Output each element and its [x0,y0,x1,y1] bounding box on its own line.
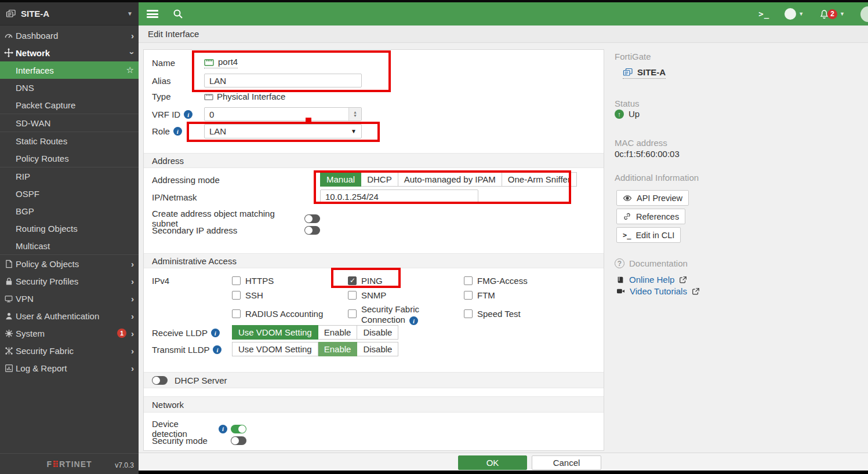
sidebar-item-bgp[interactable]: BGP [0,202,139,220]
addressing-mode-dhcp[interactable]: DHCP [361,172,398,187]
vdom-selector[interactable]: SITE-A ▼ [0,2,139,25]
security-mode-toggle[interactable] [231,436,246,445]
receive-lldp-label: Receive LLDP [152,328,208,338]
sidebar-item-packet-capture[interactable]: Packet Capture [0,96,139,114]
help-menu[interactable]: ▼ [785,8,804,20]
chevron-right-icon: › [131,364,134,373]
checkbox[interactable] [464,309,473,318]
checkbox[interactable] [348,276,357,285]
checkbox-fmg-access[interactable]: FMG-Access [464,276,528,286]
transmit-lldp-vdom[interactable]: Use VDOM Setting [232,342,318,356]
external-link-icon [692,287,700,296]
video-tutorials-link[interactable]: Video Tutorials [616,286,700,296]
checkbox[interactable] [348,291,357,300]
edit-interface-form: Name port4 Alias Type Physical Interface [143,49,604,451]
sidebar-item-policy-objects[interactable]: Policy & Objects › [0,255,139,272]
info-icon[interactable] [184,110,193,119]
book-icon [616,276,624,284]
chevron-right-icon: › [131,312,134,320]
receive-lldp-vdom[interactable]: Use VDOM Setting [232,325,318,340]
network-section-heading: Network [144,396,604,413]
favorite-star-icon[interactable]: ☆ [126,65,134,75]
cancel-button[interactable]: Cancel [532,455,601,470]
checkbox-ftm[interactable]: FTM [464,290,495,300]
bottom-black-strip [139,471,868,474]
info-icon[interactable] [213,345,221,354]
edit-in-cli-button[interactable]: >_ Edit in CLI [616,227,681,243]
ok-button[interactable]: OK [458,455,527,470]
fortigate-label: FortiGate [615,52,651,61]
sidebar-item-vpn[interactable]: VPN › [0,290,139,307]
transmit-lldp-enable[interactable]: Enable [318,342,358,356]
checkbox[interactable] [232,276,241,285]
checkbox-security-fabric-connection[interactable]: Security Fabric Connection [348,304,423,325]
receive-lldp-enable[interactable]: Enable [318,325,358,340]
checkbox-radius-accounting[interactable]: RADIUS Accounting [232,309,323,319]
sidebar-item-interfaces[interactable]: Interfaces ☆ [0,61,139,79]
chevron-right-icon: › [131,277,134,286]
alias-input[interactable] [204,74,362,87]
transmit-lldp-disable[interactable]: Disable [357,342,398,356]
create-address-object-toggle[interactable] [304,214,320,223]
info-icon[interactable] [173,127,182,136]
notifications-menu[interactable]: 2 ▼ [819,8,845,20]
vrf-id-input[interactable] [204,107,362,121]
menu-icon[interactable] [147,10,158,18]
api-preview-button[interactable]: API Preview [616,190,689,206]
sidebar-item-sd-wan[interactable]: SD-WAN [0,114,139,132]
online-help-link[interactable]: Online Help [616,275,700,285]
device-detection-toggle[interactable] [231,425,246,433]
sidebar-item-security-fabric[interactable]: Security Fabric › [0,342,139,359]
sidebar-item-dashboard[interactable]: Dashboard › [0,27,139,44]
sidebar-item-static-routes[interactable]: Static Routes [0,132,139,150]
fortinet-o-icon [53,461,58,467]
dhcp-server-toggle[interactable] [152,376,168,385]
role-select[interactable]: LAN ▼ [204,124,362,138]
port-interface-icon [204,58,214,66]
fortigate-device-icon [623,68,633,77]
breadcrumb: Edit Interface [139,25,868,43]
checkbox[interactable] [464,291,473,300]
checkbox-ssh[interactable]: SSH [232,290,263,300]
sidebar-item-rip[interactable]: RIP [0,167,139,185]
secondary-ip-toggle[interactable] [304,226,320,235]
checkbox-https[interactable]: HTTPS [232,276,274,286]
checkbox[interactable] [464,276,473,285]
receive-lldp-disable[interactable]: Disable [357,325,398,340]
checkbox-ping[interactable]: PING [348,276,383,286]
addressing-mode-manual[interactable]: Manual [320,172,361,187]
checkbox[interactable] [232,291,241,300]
chevron-down-icon: ▼ [127,10,133,17]
sidebar-item-log-report[interactable]: Log & Report › [0,359,139,377]
checkbox[interactable] [348,309,357,318]
address-section-heading: Address [144,153,604,168]
sidebar-item-ospf[interactable]: OSPF [0,185,139,202]
search-icon[interactable] [172,8,184,20]
sidebar-item-routing-objects[interactable]: Routing Objects [0,220,139,237]
sidebar-item-user-authentication[interactable]: User & Authentication › [0,307,139,324]
references-button[interactable]: References [616,209,685,224]
ip-netmask-input[interactable] [320,189,478,203]
addressing-mode-sniffer[interactable]: One-Arm Sniffer [502,172,577,187]
info-icon[interactable] [211,329,220,337]
number-stepper[interactable]: ▲▼ [348,108,361,121]
documentation-label: Documentation [629,258,688,268]
addressing-mode-ipam[interactable]: Auto-managed by IPAM [398,172,502,187]
user-avatar[interactable] [860,6,868,22]
sidebar-item-multicast[interactable]: Multicast [0,237,139,254]
sidebar-item-dns[interactable]: DNS [0,79,139,96]
sidebar-item-policy-routes[interactable]: Policy Routes [0,150,139,167]
info-icon[interactable] [219,425,227,433]
checkbox[interactable] [232,309,241,318]
policy-sheet-icon [4,259,13,268]
sidebar-item-network[interactable]: Network › [0,44,139,61]
sidebar-item-system[interactable]: System 1 › [0,324,139,342]
info-icon[interactable] [409,316,418,325]
monitor-icon [4,294,13,303]
cli-console-icon[interactable]: >_ [758,9,769,19]
vdom-name: SITE-A [21,9,49,19]
checkbox-snmp[interactable]: SNMP [348,290,386,300]
right-info-panel: FortiGate SITE-A Status ↑ Up MAC address… [608,43,867,474]
checkbox-speed-test[interactable]: Speed Test [464,309,521,319]
sidebar-item-security-profiles[interactable]: Security Profiles › [0,272,139,290]
